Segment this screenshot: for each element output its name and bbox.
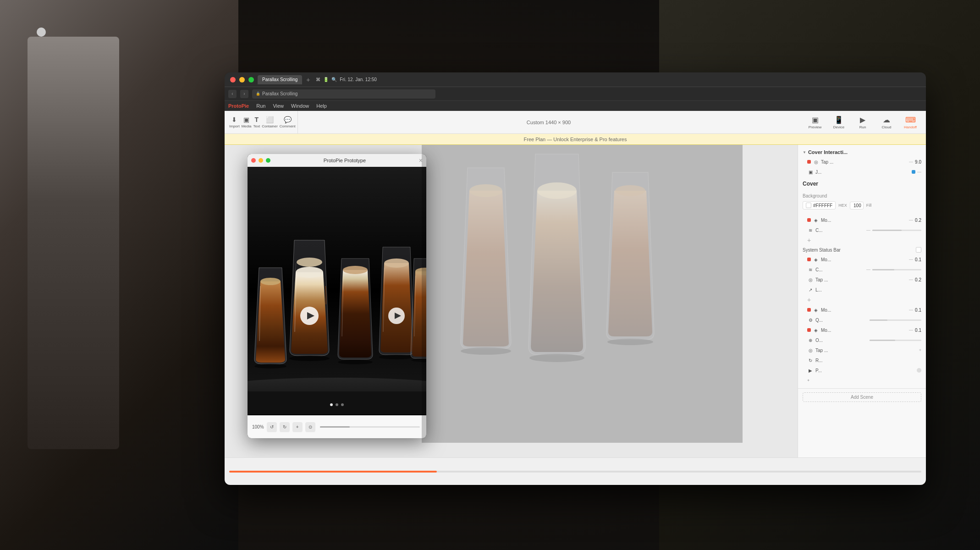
media-label: Media — [242, 124, 252, 128]
svg-point-6 — [297, 258, 322, 267]
zoom-in-button[interactable]: + — [292, 422, 303, 432]
tab-parallax[interactable]: Parallax Scrolling — [258, 75, 302, 84]
dash-6: — — [909, 277, 913, 282]
j-type: — — [917, 170, 921, 174]
proto-close[interactable] — [251, 158, 256, 163]
svg-point-19 — [469, 184, 502, 197]
panel-item-tap2: ◎ Tap ... — 0.2 — [798, 275, 926, 285]
media-tool[interactable]: ▣ Media — [242, 113, 252, 132]
comment-tool[interactable]: 💬 Comment — [280, 113, 296, 132]
preview-label: Preview — [809, 125, 821, 129]
free-plan-text: Free Plan — Unlock Enterprise & Pro feat… — [524, 137, 627, 142]
hex-color-box[interactable]: #FFFFFF — [803, 201, 836, 209]
back-button[interactable]: ‹ — [228, 90, 237, 98]
tag-red-2 — [807, 218, 811, 222]
timeline-scrubber[interactable] — [320, 426, 420, 428]
run-icon: ▶ — [860, 116, 865, 124]
coffee-glass-1 — [254, 268, 286, 368]
val-0-5: 0.1 — [915, 308, 921, 313]
j-icon: ▣ — [807, 169, 814, 175]
import-label: Import — [229, 124, 240, 128]
handoff-label: Handoff — [904, 125, 917, 129]
slider-q[interactable] — [870, 319, 922, 321]
proto-content — [248, 167, 426, 415]
comment-icon: 💬 — [284, 116, 292, 123]
canvas-area[interactable]: ProtoPie Prototype × — [225, 145, 798, 457]
fill-value[interactable]: 100 — [850, 202, 864, 209]
minimize-traffic-light[interactable] — [239, 77, 245, 82]
container-tool[interactable]: ⬜ Container — [262, 113, 278, 132]
search-icon[interactable]: 🔍 — [331, 77, 337, 82]
plus-icon-1: + — [807, 236, 811, 244]
close-traffic-light[interactable] — [230, 77, 236, 82]
o-label: O... — [815, 338, 868, 343]
r-icon: ↻ — [807, 357, 814, 363]
svg-point-21 — [537, 182, 577, 199]
lock-icon: 🔒 — [256, 92, 260, 96]
status-bar-checkbox[interactable] — [916, 247, 921, 253]
panel-item-c2: ≋ C... — — [798, 264, 926, 275]
handoff-button[interactable]: ⌨ Handoff — [899, 113, 921, 132]
undo-button[interactable]: ↺ — [267, 422, 277, 432]
slider-o[interactable] — [870, 340, 922, 341]
mo-icon-4: ◈ — [813, 327, 819, 333]
proto-max[interactable] — [266, 158, 270, 163]
panel-add-1[interactable]: + — [798, 235, 926, 245]
menu-run[interactable]: Run — [256, 103, 265, 109]
toolbar-right: ▣ Preview 📱 Device ▶ Run ☁ Cloud ⌨ Hando… — [799, 111, 926, 133]
color-swatch — [806, 203, 811, 208]
redo-button[interactable]: ↻ — [280, 422, 290, 432]
svg-point-22 — [529, 354, 584, 362]
menu-view[interactable]: View — [273, 103, 284, 109]
mo-icon-3: ◈ — [813, 307, 819, 313]
proto-min[interactable] — [259, 158, 263, 163]
device-button[interactable]: 📱 Device — [828, 113, 850, 132]
p-dot — [917, 368, 921, 373]
text-tool[interactable]: T Text — [253, 113, 260, 132]
cloud-button[interactable]: ☁ Cloud — [875, 113, 897, 132]
zoom-label: 100% — [252, 424, 264, 429]
tag-red-3 — [807, 258, 811, 261]
panel-add-2[interactable]: + — [798, 295, 926, 305]
tag-red-4 — [807, 308, 811, 312]
svg-rect-2 — [248, 391, 426, 414]
handoff-icon: ⌨ — [905, 116, 916, 124]
slider-c1[interactable] — [872, 230, 921, 231]
panel-item-tap1: ◎ Tap ... — 9.0 — [798, 157, 926, 167]
panel-add-3[interactable]: + — [798, 375, 926, 385]
background-label: Background — [803, 193, 921, 198]
mo-icon-2: ◈ — [813, 256, 819, 263]
menu-window[interactable]: Window — [291, 103, 309, 109]
c-label-2: C... — [815, 267, 864, 272]
proto-window-title: ProtoPie Prototype — [273, 158, 416, 163]
dot-1[interactable] — [330, 403, 333, 406]
import-tool[interactable]: ⬇ Import — [229, 113, 240, 132]
svg-point-23 — [615, 185, 645, 196]
cover-interact-header[interactable]: ▼ Cover Interacti... — [798, 148, 926, 157]
run-button[interactable]: ▶ Run — [852, 113, 874, 132]
system-icons: ⌘ 🔋 🔍 Fri. 12. Jan. 12:50 — [316, 77, 377, 82]
fit-button[interactable]: ⊙ — [305, 422, 315, 432]
cloud-label: Cloud — [882, 125, 892, 129]
coffee-glass-4 — [379, 247, 414, 359]
menu-help[interactable]: Help — [316, 103, 327, 109]
container-icon: ⬜ — [266, 116, 274, 123]
cloud-icon: ☁ — [883, 116, 890, 124]
slider-c2[interactable] — [872, 269, 921, 270]
mo-label-3: Mo... — [821, 308, 907, 313]
preview-button[interactable]: ▣ Preview — [804, 113, 826, 132]
battery-icon: 🔋 — [323, 77, 329, 82]
tag-blue — [912, 170, 915, 174]
add-scene-button[interactable]: Add Scene — [803, 392, 921, 402]
dash-4: — — [909, 257, 913, 262]
dot-2[interactable] — [336, 403, 338, 406]
add-tab-button[interactable]: + — [304, 76, 312, 84]
app-menu-bar: ProtoPie Run View Window Help — [225, 101, 926, 111]
import-icon: ⬇ — [231, 116, 237, 123]
clock-display: Fri. 12. Jan. 12:50 — [340, 77, 377, 82]
dot-3[interactable] — [341, 403, 344, 406]
timeline-track[interactable] — [229, 471, 921, 473]
url-input[interactable]: 🔒 Parallax Scrolling — [252, 89, 435, 99]
forward-button[interactable]: › — [240, 90, 248, 98]
maximize-traffic-light[interactable] — [248, 77, 254, 82]
